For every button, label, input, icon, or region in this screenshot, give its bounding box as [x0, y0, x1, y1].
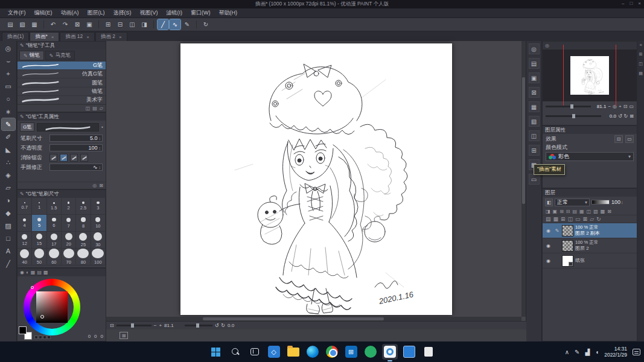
doc-tab-2[interactable]: 插画*× — [30, 32, 59, 41]
notepad-app-button[interactable] — [421, 344, 436, 360]
chrome-browser-button[interactable] — [324, 344, 340, 360]
delete-layer-icon[interactable]: ↻ — [596, 216, 601, 222]
layer-name[interactable]: 图层 2 副本 — [575, 230, 600, 237]
subtool-delete-icon[interactable]: ▱ — [100, 106, 103, 111]
mini-swatch[interactable] — [43, 335, 46, 339]
layer-op-icon[interactable]: ⊟ — [566, 209, 570, 214]
snap-ruler-icon[interactable]: ⊟ — [115, 19, 126, 30]
layer-opacity-slider[interactable] — [591, 200, 610, 205]
layer-row-copy[interactable]: ◉ ✎ 100 % 正常图层 2 副本 — [543, 223, 637, 238]
color-mode-dropdown[interactable]: 彩色 ▾ — [546, 152, 634, 161]
brush-item-calligraphy[interactable]: 美术字 — [18, 96, 106, 104]
size-cell[interactable]: 17 — [47, 232, 62, 249]
menu-filter[interactable]: 滤镜(I) — [162, 8, 187, 17]
layer-thumbnail[interactable] — [562, 225, 573, 237]
zoom-tool-icon[interactable]: ◎ — [2, 42, 15, 54]
pen-pressure-icon[interactable]: ✎ — [182, 19, 193, 30]
layer-opacity-spinner[interactable]: ↕ — [621, 200, 623, 205]
menu-edit[interactable]: 编辑(E) — [30, 8, 57, 17]
reset-display-icon[interactable]: ↻ — [200, 19, 211, 30]
layer-visibility-icon[interactable]: ◉ — [544, 228, 552, 233]
mask-layer-icon[interactable]: ⊠ — [583, 216, 588, 222]
layer-name[interactable]: 图层 2 — [575, 246, 598, 252]
layer-op-icon[interactable]: ▦ — [579, 209, 584, 214]
layer-op-icon[interactable]: ◫ — [587, 209, 591, 214]
text-tool-icon[interactable]: A — [2, 245, 15, 257]
material-search-icon[interactable]: ◎ — [529, 43, 540, 54]
rotate-left-icon[interactable]: ↺ — [215, 323, 219, 328]
canvas[interactable] — [180, 43, 452, 315]
blend-group-icon[interactable]: ◧ — [545, 198, 553, 206]
zoom-out-icon[interactable]: − — [154, 323, 157, 328]
grid-icon[interactable]: ⊞ — [103, 19, 113, 30]
vertical-scrollbar[interactable] — [521, 41, 526, 317]
size-cell[interactable]: 80 — [76, 249, 91, 265]
stabilize-input[interactable]: ∿↕ — [49, 164, 103, 171]
size-cell-selected[interactable]: 5 — [32, 215, 46, 232]
new-layer-icon[interactable]: ▤ — [546, 216, 551, 222]
brush-item-round[interactable]: 圆笔 — [18, 78, 106, 87]
rotate-right-icon[interactable]: ↻ — [221, 323, 225, 328]
decoration-tool-icon[interactable]: ◈ — [2, 169, 15, 181]
store-app-button[interactable]: ⊞ — [343, 344, 359, 360]
layer-name[interactable]: 纸张 — [575, 258, 585, 264]
brush-size-spinner[interactable]: ↕ — [99, 136, 101, 141]
layer-op-icon[interactable]: ▣ — [553, 209, 558, 214]
navigator-zoom-out-icon[interactable]: − — [608, 104, 611, 109]
size-cell[interactable]: 10 — [91, 215, 106, 232]
volume-icon[interactable]: ◖ — [595, 349, 599, 355]
taskbar-clock[interactable]: 14:31 2022/1/29 — [604, 346, 627, 358]
navigator-reset-icon[interactable]: ⊠ — [630, 113, 634, 119]
size-cell[interactable]: 20 — [62, 232, 76, 249]
color-slider-tab-icon[interactable]: ◐ — [26, 270, 29, 275]
task-view-button[interactable] — [247, 344, 263, 360]
save-file-icon[interactable]: ▦ — [29, 19, 40, 30]
color-mixer-tab-icon[interactable]: ▩ — [43, 270, 48, 275]
tool-property-detail-icon[interactable]: ⊠ — [99, 183, 103, 188]
window-app-button[interactable] — [401, 344, 417, 360]
dock-menu-icon[interactable]: ≡ — [639, 43, 642, 47]
navigator-preview[interactable] — [543, 49, 637, 101]
tray-pen-icon[interactable]: ✎ — [575, 349, 579, 355]
opacity-spinner[interactable]: ↕ — [99, 146, 101, 150]
line-mode-icon[interactable]: ╱ — [158, 19, 168, 30]
mini-swatch[interactable] — [39, 335, 42, 339]
navigator-zoom-slider[interactable] — [546, 106, 591, 107]
layer-op-icon[interactable]: ▧ — [593, 209, 598, 214]
network-icon[interactable]: ▟ — [585, 349, 590, 355]
redo-icon[interactable]: ↷ — [60, 19, 71, 30]
size-cell[interactable]: 8 — [76, 215, 91, 232]
size-cell[interactable]: 70 — [62, 249, 76, 265]
menu-animation[interactable]: 动画(A) — [57, 8, 83, 17]
merge-layer-icon[interactable]: ▭ — [575, 216, 581, 222]
antialias-medium-button[interactable] — [70, 154, 78, 162]
size-cell[interactable]: 2.5 — [76, 198, 91, 215]
dock-expand-icon[interactable]: ⊞ — [639, 52, 643, 57]
fill-icon[interactable]: ▣ — [84, 19, 95, 30]
stabilize-spinner[interactable]: ↕ — [99, 165, 101, 170]
antialias-weak-button[interactable] — [60, 154, 68, 162]
size-cell[interactable]: 60 — [47, 249, 62, 265]
size-cell[interactable]: 1.5 — [47, 198, 62, 215]
layer-thumbnail[interactable] — [562, 240, 573, 252]
page-manager-icon[interactable]: ⊞ — [120, 332, 128, 339]
transfer-layer-icon[interactable]: ◫ — [568, 216, 573, 222]
doc-tab-1[interactable]: 插画(1) — [2, 32, 29, 41]
file-explorer-button[interactable] — [285, 344, 301, 360]
gradient-tool-icon[interactable]: ▨ — [2, 220, 15, 232]
shape-tool-icon[interactable]: □ — [2, 232, 15, 244]
color-wheel-tab-icon[interactable]: ◉ — [20, 270, 24, 275]
zoom-in-icon[interactable]: + — [159, 323, 162, 328]
undo-icon[interactable]: ↶ — [48, 19, 59, 30]
layer-row-paper[interactable]: ◉ 纸张 — [543, 253, 637, 268]
menu-window[interactable]: 窗口(W) — [187, 8, 215, 17]
size-cell[interactable]: 3 — [91, 198, 106, 215]
brush-size-input[interactable]: 5.0↕ — [49, 135, 103, 142]
mini-swatch[interactable] — [47, 335, 51, 339]
layer-op-icon[interactable]: ▩ — [601, 209, 605, 214]
layer-op-icon[interactable]: ⊠ — [607, 209, 611, 214]
close-button[interactable]: × — [638, 1, 641, 6]
navigator-zoom-in-icon[interactable]: + — [619, 104, 622, 109]
layer-visibility-icon[interactable]: ◉ — [544, 243, 552, 249]
doc-tab-3-close-icon[interactable]: × — [86, 34, 89, 40]
